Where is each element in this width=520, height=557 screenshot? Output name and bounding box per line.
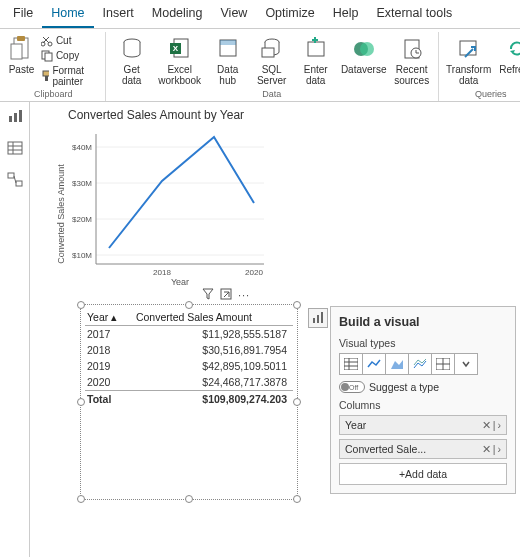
suggest-type-toggle[interactable]: Off xyxy=(339,381,365,393)
svg-rect-45 xyxy=(344,358,358,370)
column-pill-converted-sales[interactable]: Converted Sale... ✕|› xyxy=(339,439,507,459)
svg-line-34 xyxy=(14,176,16,183)
svg-rect-8 xyxy=(45,76,48,81)
add-data-button[interactable]: +Add data xyxy=(339,463,507,485)
filter-icon[interactable] xyxy=(202,288,214,302)
datahub-icon xyxy=(217,34,239,64)
divider: | xyxy=(493,443,496,455)
datahub-label: Data hub xyxy=(217,64,238,86)
remove-icon[interactable]: ✕ xyxy=(482,419,491,431)
ribbon: Paste Cut Copy Format painter Clipboard xyxy=(0,29,520,102)
visual-type-area[interactable] xyxy=(385,353,409,375)
report-canvas[interactable]: Converted Sales Amount by Year Converted… xyxy=(30,102,520,557)
refresh-button[interactable]: Refresh xyxy=(495,32,520,77)
svg-rect-17 xyxy=(308,42,324,56)
data-hub-button[interactable]: Data hub xyxy=(206,32,250,88)
svg-rect-7 xyxy=(43,71,50,76)
resize-handle[interactable] xyxy=(77,495,85,503)
chevron-right-icon[interactable]: › xyxy=(498,443,502,455)
suggest-type-label: Suggest a type xyxy=(369,381,439,393)
tab-insert[interactable]: Insert xyxy=(94,0,143,28)
resize-handle[interactable] xyxy=(293,495,301,503)
ytick: $20M xyxy=(72,215,92,224)
resize-handle[interactable] xyxy=(77,301,85,309)
svg-point-4 xyxy=(48,42,52,46)
chevron-right-icon[interactable]: › xyxy=(498,419,502,431)
table-row[interactable]: 2017$11,928,555.5187 xyxy=(85,326,293,343)
build-visual-title: Build a visual xyxy=(339,315,507,329)
model-view-button[interactable] xyxy=(7,172,23,190)
paste-button[interactable]: Paste xyxy=(6,32,39,77)
visual-type-matrix[interactable] xyxy=(431,353,455,375)
table-row[interactable]: 2018$30,516,891.7954 xyxy=(85,342,293,358)
table-row[interactable]: 2020$24,468,717.3878 xyxy=(85,374,293,391)
data-group-label: Data xyxy=(262,89,281,99)
excel-label: Excel workbook xyxy=(158,64,201,86)
transform-label: Transform data xyxy=(446,64,491,86)
table-view-button[interactable] xyxy=(7,140,23,158)
transform-data-button[interactable]: Transform data xyxy=(443,32,495,88)
focus-mode-icon[interactable] xyxy=(220,288,232,302)
svg-rect-1 xyxy=(17,36,25,41)
visual-type-stacked-area[interactable] xyxy=(408,353,432,375)
enter-data-label: Enter data xyxy=(304,64,328,86)
refresh-icon xyxy=(506,34,520,64)
tab-view[interactable]: View xyxy=(212,0,257,28)
cut-icon xyxy=(41,35,53,47)
column-pill-year[interactable]: Year ✕|› xyxy=(339,415,507,435)
get-data-label: Get data xyxy=(122,64,141,86)
cut-button[interactable]: Cut xyxy=(39,33,101,48)
resize-handle[interactable] xyxy=(293,398,301,406)
recent-icon xyxy=(401,34,423,64)
tab-help[interactable]: Help xyxy=(324,0,368,28)
remove-icon[interactable]: ✕ xyxy=(482,443,491,455)
columns-label: Columns xyxy=(339,399,507,411)
more-options-icon[interactable]: ··· xyxy=(238,289,250,301)
sql-server-button[interactable]: SQL Server xyxy=(250,32,294,88)
svg-point-21 xyxy=(360,42,374,56)
format-painter-button[interactable]: Format painter xyxy=(39,63,101,88)
svg-rect-32 xyxy=(8,173,14,178)
tab-home[interactable]: Home xyxy=(42,0,93,28)
visual-type-more[interactable] xyxy=(454,353,478,375)
on-object-edit-button[interactable] xyxy=(308,308,328,328)
visual-type-line[interactable] xyxy=(362,353,386,375)
ytick: $10M xyxy=(72,251,92,260)
suggest-type-row: Off Suggest a type xyxy=(339,381,507,393)
chart-ylabel: Converted Sales Amount xyxy=(56,164,66,264)
resize-handle[interactable] xyxy=(77,398,85,406)
tab-external-tools[interactable]: External tools xyxy=(367,0,461,28)
clipboard-group-label: Clipboard xyxy=(34,89,73,99)
ytick: $30M xyxy=(72,179,92,188)
tab-file[interactable]: File xyxy=(4,0,42,28)
data-table: Year ▴ Converted Sales Amount 2017$11,92… xyxy=(85,309,293,407)
table-row[interactable]: 2019$42,895,109.5011 xyxy=(85,358,293,374)
excel-workbook-button[interactable]: X Excel workbook xyxy=(154,32,206,88)
column-header-year[interactable]: Year ▴ xyxy=(85,309,134,326)
database-icon xyxy=(121,34,143,64)
resize-handle[interactable] xyxy=(185,495,193,503)
enter-data-icon xyxy=(305,34,327,64)
dataverse-button[interactable]: Dataverse xyxy=(338,32,390,77)
get-data-button[interactable]: Get data xyxy=(110,32,154,88)
chart-visual[interactable]: Converted Sales Amount by Year Converted… xyxy=(54,108,282,294)
copy-button[interactable]: Copy xyxy=(39,48,101,63)
recent-label: Recent sources xyxy=(394,64,429,86)
resize-handle[interactable] xyxy=(293,301,301,309)
transform-icon xyxy=(457,34,481,64)
visual-type-table[interactable] xyxy=(339,353,363,375)
visual-types-row xyxy=(339,353,507,375)
column-header-amount[interactable]: Converted Sales Amount xyxy=(134,309,293,326)
content-area: Converted Sales Amount by Year Converted… xyxy=(0,102,520,557)
menu-bar: File Home Insert Modeling View Optimize … xyxy=(0,0,520,29)
report-view-button[interactable] xyxy=(7,108,23,126)
cut-label: Cut xyxy=(56,35,72,46)
resize-handle[interactable] xyxy=(185,301,193,309)
view-switcher xyxy=(0,102,30,557)
divider: | xyxy=(493,419,496,431)
table-visual[interactable]: Year ▴ Converted Sales Amount 2017$11,92… xyxy=(80,304,298,500)
tab-optimize[interactable]: Optimize xyxy=(256,0,323,28)
enter-data-button[interactable]: Enter data xyxy=(294,32,338,88)
tab-modeling[interactable]: Modeling xyxy=(143,0,212,28)
recent-sources-button[interactable]: Recent sources xyxy=(390,32,434,88)
